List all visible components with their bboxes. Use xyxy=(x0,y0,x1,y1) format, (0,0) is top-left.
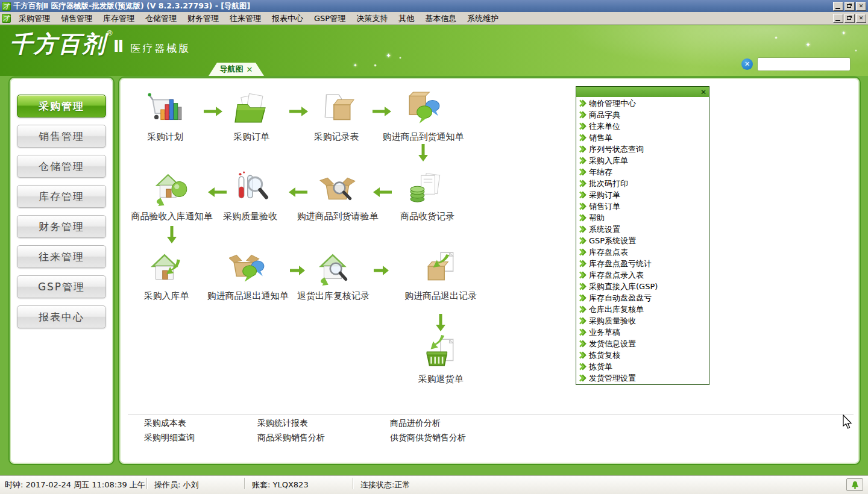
double-chevron-icon xyxy=(579,145,587,153)
flow-node-return-record[interactable]: 购进商品退出记录 xyxy=(389,250,492,302)
sidebar-item-inventory[interactable]: 库存管理 xyxy=(17,185,106,208)
quick-panel-item[interactable]: 拣货复核 xyxy=(576,349,709,361)
quick-panel-item[interactable]: 序列号状态查询 xyxy=(576,143,709,155)
quick-panel-item-label: 拣货单 xyxy=(589,361,612,372)
quick-panel-item[interactable]: 库存盘点表 xyxy=(576,246,709,258)
quick-panel-item-label: 往来单位 xyxy=(589,121,620,132)
arrow-down-icon xyxy=(417,143,430,162)
quick-panel-item[interactable]: 拣货单 xyxy=(576,361,709,372)
quick-panel-item[interactable]: 采购入库单 xyxy=(576,155,709,166)
quick-panel-item-label: 发货管理设置 xyxy=(589,373,636,384)
openbox-magnifier-icon xyxy=(319,170,356,208)
quick-panel-item-label: 销售单 xyxy=(589,133,612,143)
menu-purchase[interactable]: 采购管理 xyxy=(13,12,55,25)
quick-panel-item[interactable]: 帮助 xyxy=(576,212,709,224)
child-restore-button[interactable] xyxy=(844,14,855,23)
sidebar-item-finance[interactable]: 财务管理 xyxy=(17,215,106,238)
quick-panel-item[interactable]: 往来单位 xyxy=(576,120,709,132)
close-button[interactable]: ✕ xyxy=(856,2,866,11)
restore-button[interactable] xyxy=(844,2,855,11)
status-bar: 时钟: 2017-02-24 周五 11:08:39 上午 操作员: 小刘 账套… xyxy=(0,475,868,494)
report-link-purchase-detail[interactable]: 采购明细查询 xyxy=(144,433,195,443)
tab-close-icon[interactable]: ✕ xyxy=(247,66,253,73)
quick-panel-close-icon[interactable]: ✕ xyxy=(700,89,706,96)
quick-panel-item-label: 发货信息设置 xyxy=(589,339,636,349)
folder-icon xyxy=(233,91,270,128)
menu-warehouse[interactable]: 仓储管理 xyxy=(140,12,182,25)
sidebar-item-sales[interactable]: 销售管理 xyxy=(17,125,106,148)
sidebar-item-reports[interactable]: 报表中心 xyxy=(17,305,106,328)
double-chevron-icon xyxy=(579,328,587,336)
sidebar-item-gsp[interactable]: GSP管理 xyxy=(17,275,106,298)
report-link-supplier-analysis[interactable]: 供货商供货销售分析 xyxy=(390,433,466,443)
child-close-button[interactable]: ✕ xyxy=(856,14,866,23)
double-chevron-icon xyxy=(579,351,587,359)
notification-bell-button[interactable] xyxy=(846,478,863,491)
report-section-divider xyxy=(128,414,854,414)
menu-finance[interactable]: 财务管理 xyxy=(182,12,224,25)
sparkle-decoration xyxy=(399,57,401,59)
quick-panel-item[interactable]: 采购直接入库(GSP) xyxy=(576,281,709,292)
search-input[interactable] xyxy=(758,58,851,70)
report-link-price-analysis[interactable]: 商品进价分析 xyxy=(390,418,441,429)
window-title: 千方百剂Ⅱ 医疗器械版-批发版(预览版) (V 8.2.3.27793) - [… xyxy=(13,1,250,11)
tab-navigation-map[interactable]: 导航图 ✕ xyxy=(209,63,264,76)
quick-panel-item-label: 库存盘点录入表 xyxy=(589,270,644,281)
quick-panel-item[interactable]: GSP系统设置 xyxy=(576,235,709,246)
flow-node-return-outbound-review[interactable]: 退货出库复核记录 xyxy=(282,250,385,302)
flow-node-arrival-notice[interactable]: 购进商品到货通知单 xyxy=(372,91,474,143)
menu-basicinfo[interactable]: 基本信息 xyxy=(420,12,462,25)
sparkle-decoration: ✦ xyxy=(353,63,357,68)
child-minimize-button[interactable] xyxy=(833,14,843,23)
quick-panel-item[interactable]: 发货管理设置 xyxy=(576,372,709,384)
minimize-button[interactable] xyxy=(833,2,843,11)
quick-panel-item[interactable]: 销售单 xyxy=(576,132,709,143)
menu-sales[interactable]: 销售管理 xyxy=(55,12,98,25)
flow-node-acceptance-warehouse-notice[interactable]: 商品验收入库通知单 xyxy=(121,170,223,222)
quick-panel-item[interactable]: 采购质量验收 xyxy=(576,315,709,327)
double-chevron-icon xyxy=(579,294,587,302)
quick-panel-item[interactable]: 仓库出库复核单 xyxy=(576,304,709,315)
quick-panel-item[interactable]: 库存盘点盈亏统计 xyxy=(576,258,709,269)
menu-gsp[interactable]: GSP管理 xyxy=(309,12,351,25)
menu-bar: 采购管理 销售管理 库存管理 仓储管理 财务管理 往来管理 报表中心 GSP管理… xyxy=(0,12,868,25)
double-chevron-icon xyxy=(579,202,587,210)
status-separator xyxy=(244,478,245,489)
quick-panel-item[interactable]: 物价管理中心 xyxy=(576,98,709,109)
sidebar-item-contacts[interactable]: 往来管理 xyxy=(17,245,106,268)
coins-papers-icon xyxy=(409,170,446,208)
box-bubbles-icon xyxy=(404,91,442,128)
sidebar-item-purchase[interactable]: 采购管理 xyxy=(17,95,106,117)
quick-panel-item[interactable]: 系统设置 xyxy=(576,224,709,235)
menu-inventory[interactable]: 库存管理 xyxy=(98,12,140,25)
quick-panel-item[interactable]: 批次码打印 xyxy=(576,178,709,189)
sparkle-decoration: ✦ xyxy=(841,30,846,36)
quick-panel-item[interactable]: 库存自动盘盈盘亏 xyxy=(576,292,709,304)
menu-reports[interactable]: 报表中心 xyxy=(266,12,309,25)
report-link-purchase-stats[interactable]: 采购统计报表 xyxy=(257,418,308,429)
search-close-icon[interactable]: ✕ xyxy=(741,58,753,70)
report-link-purchase-sales[interactable]: 商品采购销售分析 xyxy=(257,433,325,443)
quick-panel-item[interactable]: 采购订单 xyxy=(576,189,709,201)
quick-panel-item[interactable]: 业务草稿 xyxy=(576,327,709,338)
double-chevron-icon xyxy=(579,374,587,382)
quick-panel-item-label: 帮助 xyxy=(589,213,605,224)
quick-panel-item[interactable]: 销售订单 xyxy=(576,201,709,212)
report-link-purchase-cost[interactable]: 采购成本表 xyxy=(144,418,186,429)
bell-icon xyxy=(851,481,859,489)
menu-decision[interactable]: 决策支持 xyxy=(351,12,393,25)
quick-panel-item[interactable]: 发货信息设置 xyxy=(576,338,709,349)
quick-panel-item[interactable]: 库存盘点录入表 xyxy=(576,269,709,281)
menu-other[interactable]: 其他 xyxy=(393,12,420,25)
status-operator: 操作员: 小刘 xyxy=(154,480,199,490)
menu-sysmaint[interactable]: 系统维护 xyxy=(462,12,504,25)
basket-return-icon xyxy=(422,333,459,370)
double-chevron-icon xyxy=(579,168,587,176)
sparkle-decoration xyxy=(775,36,778,39)
sidebar-item-warehouse[interactable]: 仓储管理 xyxy=(17,155,106,178)
logo-text: 千方百剂 xyxy=(10,31,106,57)
quick-panel-item[interactable]: 商品字典 xyxy=(576,109,709,120)
flow-node-purchase-return-order[interactable]: 采购退货单 xyxy=(389,333,492,385)
quick-panel-item[interactable]: 年结存 xyxy=(576,166,709,178)
menu-contacts[interactable]: 往来管理 xyxy=(224,12,266,25)
